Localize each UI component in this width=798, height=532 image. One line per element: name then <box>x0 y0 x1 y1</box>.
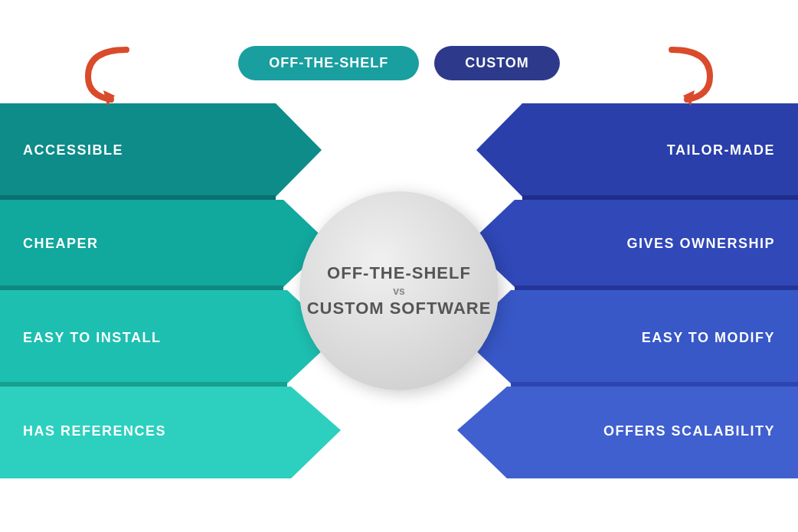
shelf-button[interactable]: OFF-THE-SHELF <box>238 46 419 80</box>
center-circle: OFF-THE-SHELF vs CUSTOM SOFTWARE <box>299 191 499 390</box>
left-labels: ACCESSIBLE CHEAPER EASY TO INSTALL HAS R… <box>0 103 276 478</box>
left-item-1: ACCESSIBLE <box>0 103 276 197</box>
left-item-4: HAS REFERENCES <box>0 385 276 479</box>
center-line1: OFF-THE-SHELF <box>327 263 471 283</box>
right-item-4: OFFERS SCALABILITY <box>522 385 798 479</box>
diagram-area: ACCESSIBLE CHEAPER EASY TO INSTALL HAS R… <box>0 103 798 478</box>
left-item-3: EASY TO INSTALL <box>0 291 276 385</box>
header-area: OFF-THE-SHELF CUSTOM <box>0 0 798 103</box>
custom-button[interactable]: CUSTOM <box>434 46 560 80</box>
right-item-3: EASY TO MODIFY <box>522 291 798 385</box>
right-item-2: GIVES OWNERSHIP <box>522 197 798 292</box>
right-labels: TAILOR-MADE GIVES OWNERSHIP EASY TO MODI… <box>522 103 798 478</box>
center-line2: vs <box>393 285 405 297</box>
left-item-2: CHEAPER <box>0 197 276 292</box>
right-item-1: TAILOR-MADE <box>522 103 798 197</box>
center-line3: CUSTOM SOFTWARE <box>307 299 492 318</box>
